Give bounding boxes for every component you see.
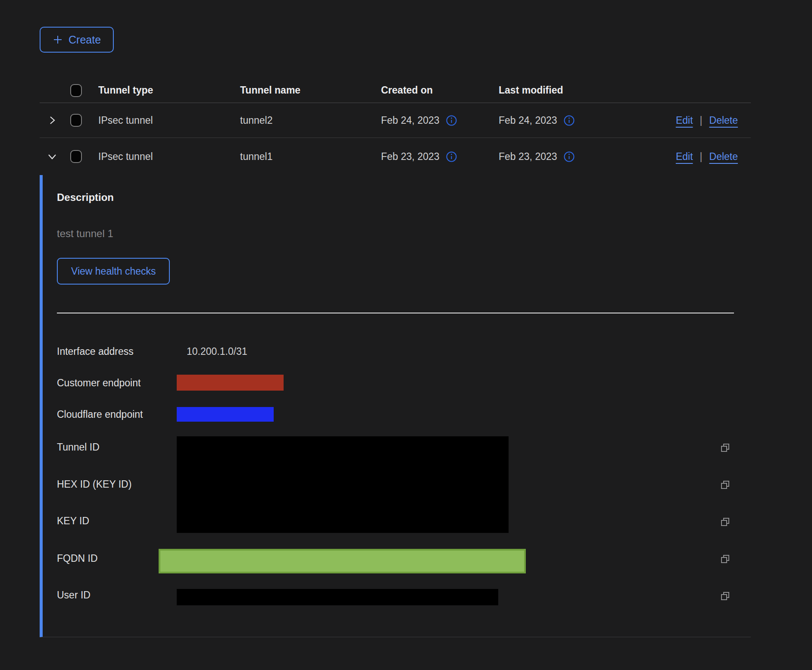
actions-separator: | [700, 115, 703, 126]
copy-button[interactable] [719, 442, 731, 454]
view-health-checks-label: View health checks [71, 266, 156, 277]
info-icon[interactable] [446, 115, 457, 126]
field-label-customer-endpoint: Customer endpoint [57, 377, 141, 389]
info-icon[interactable] [563, 151, 575, 163]
field-label-cloudflare-endpoint: Cloudflare endpoint [57, 409, 143, 420]
create-button-label: Create [69, 34, 101, 46]
cell-tunnel-name: tunnel1 [240, 151, 381, 163]
redaction-ids-block [177, 436, 509, 533]
field-label-fqdn-id: FQDN ID [57, 553, 98, 564]
copy-icon [719, 479, 731, 491]
collapse-row-button[interactable] [47, 151, 70, 162]
delete-link[interactable]: Delete [709, 151, 738, 163]
info-icon[interactable] [563, 115, 575, 126]
cell-last-modified: Feb 23, 2023 [499, 151, 658, 163]
cell-created-on: Feb 24, 2023 [381, 115, 499, 126]
panel-separator [57, 313, 734, 313]
actions-separator: | [700, 151, 703, 163]
field-label-user-id: User ID [57, 589, 91, 601]
copy-button[interactable] [719, 516, 731, 528]
field-label-tunnel-id: Tunnel ID [57, 441, 100, 453]
edit-link[interactable]: Edit [676, 115, 693, 126]
copy-button[interactable] [719, 479, 731, 491]
cell-last-modified: Feb 24, 2023 [499, 115, 658, 126]
redaction-cloudflare-endpoint [177, 407, 274, 422]
cell-tunnel-type: IPsec tunnel [98, 115, 240, 126]
cell-created-on: Feb 23, 2023 [381, 151, 499, 163]
cell-tunnel-name: tunnel2 [240, 115, 381, 126]
field-label-interface-address: Interface address [57, 346, 134, 357]
redaction-fqdn-id [159, 549, 526, 573]
row-checkbox[interactable] [70, 114, 82, 127]
copy-icon [719, 442, 731, 454]
table-row: IPsec tunnel tunnel2 Feb 24, 2023 Feb 24… [40, 103, 751, 138]
plus-icon [53, 34, 63, 45]
delete-link[interactable]: Delete [709, 115, 738, 126]
info-icon[interactable] [446, 151, 457, 163]
column-header-tunnel-name: Tunnel name [240, 85, 381, 96]
edit-link[interactable]: Edit [676, 151, 693, 163]
redaction-user-id [177, 589, 498, 605]
expanded-tunnel-panel: Description test tunnel 1 View health ch… [40, 175, 751, 637]
created-on-date: Feb 24, 2023 [381, 115, 440, 126]
column-header-tunnel-type: Tunnel type [98, 85, 240, 96]
last-modified-date: Feb 23, 2023 [499, 151, 557, 163]
select-all-checkbox[interactable] [70, 84, 82, 97]
cell-tunnel-type: IPsec tunnel [98, 151, 240, 163]
expand-row-button[interactable] [47, 115, 70, 126]
ipsec-tunnels-page: Create Tunnel type Tunnel name Created o… [0, 0, 812, 670]
copy-icon [719, 516, 731, 528]
field-label-key-id: KEY ID [57, 515, 89, 527]
view-health-checks-button[interactable]: View health checks [57, 258, 170, 285]
description-label: Description [57, 191, 114, 204]
copy-button[interactable] [719, 590, 731, 602]
table-header: Tunnel type Tunnel name Created on Last … [40, 78, 751, 103]
chevron-down-icon [47, 151, 58, 162]
column-header-created-on: Created on [381, 85, 499, 96]
row-actions: Edit | Delete [658, 151, 751, 163]
last-modified-date: Feb 24, 2023 [499, 115, 557, 126]
create-button[interactable]: Create [40, 27, 114, 53]
description-value: test tunnel 1 [57, 228, 113, 240]
table-row: IPsec tunnel tunnel1 Feb 23, 2023 Feb 23… [40, 138, 751, 175]
column-header-last-modified: Last modified [499, 85, 658, 96]
row-checkbox[interactable] [70, 150, 82, 163]
copy-icon [719, 590, 731, 602]
chevron-right-icon [47, 115, 58, 126]
field-value-interface-address: 10.200.1.0/31 [187, 346, 247, 357]
created-on-date: Feb 23, 2023 [381, 151, 440, 163]
row-actions: Edit | Delete [658, 115, 751, 126]
field-label-hex-id: HEX ID (KEY ID) [57, 479, 131, 490]
copy-button[interactable] [719, 553, 731, 565]
copy-icon [719, 553, 731, 565]
redaction-customer-endpoint [177, 375, 284, 391]
